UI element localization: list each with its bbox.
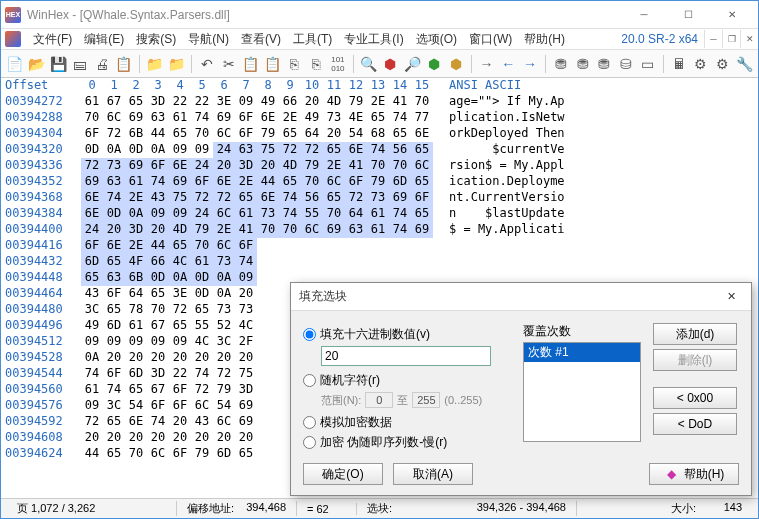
byte-cell[interactable]: 20: [301, 94, 323, 110]
byte-cell[interactable]: 4D: [323, 94, 345, 110]
byte-cell[interactable]: 6D: [103, 318, 125, 334]
byte-cell[interactable]: 44: [147, 126, 169, 142]
calc-icon[interactable]: 🖩: [669, 53, 689, 75]
byte-cell[interactable]: 6E: [345, 142, 367, 158]
mode-icon[interactable]: 101010: [328, 53, 348, 75]
ascii-cell[interactable]: ication.Deployme: [433, 174, 565, 190]
byte-cell[interactable]: 74: [367, 142, 389, 158]
byte-cell[interactable]: 20: [235, 430, 257, 446]
byte-cell[interactable]: 61: [367, 206, 389, 222]
byte-cell[interactable]: 3C: [103, 398, 125, 414]
byte-cell[interactable]: 6C: [191, 398, 213, 414]
byte-cell[interactable]: 65: [191, 302, 213, 318]
byte-cell[interactable]: 73: [367, 190, 389, 206]
byte-cell[interactable]: 64: [345, 206, 367, 222]
byte-cell[interactable]: 61: [169, 110, 191, 126]
ok-button[interactable]: 确定(O): [303, 463, 383, 485]
byte-cell[interactable]: 6E: [81, 206, 103, 222]
byte-cell[interactable]: 61: [125, 318, 147, 334]
byte-cell[interactable]: 09: [81, 398, 103, 414]
byte-cell[interactable]: 20: [103, 430, 125, 446]
byte-cell[interactable]: 65: [367, 110, 389, 126]
ascii-cell[interactable]: $currentVe: [433, 142, 565, 158]
passes-listbox[interactable]: 次数 #1: [523, 342, 641, 442]
menu-选项(O)[interactable]: 选项(O): [410, 29, 463, 50]
hex-row[interactable]: 0039440024203D204D792E4170706C6963617469…: [1, 222, 758, 238]
byte-cell[interactable]: 65: [411, 174, 433, 190]
byte-cell[interactable]: 69: [213, 110, 235, 126]
byte-cell[interactable]: 63: [103, 270, 125, 286]
byte-cell[interactable]: 3D: [125, 222, 147, 238]
byte-cell[interactable]: 69: [235, 414, 257, 430]
ascii-cell[interactable]: rsion$ = My.Appl: [433, 158, 565, 174]
byte-cell[interactable]: 0A: [213, 286, 235, 302]
byte-cell[interactable]: 41: [389, 94, 411, 110]
byte-cell[interactable]: 70: [301, 174, 323, 190]
byte-cell[interactable]: 75: [257, 142, 279, 158]
byte-cell[interactable]: 4C: [191, 334, 213, 350]
byte-cell[interactable]: 56: [301, 190, 323, 206]
byte-cell[interactable]: 20: [147, 350, 169, 366]
hex-row[interactable]: 003943046F726B4465706C6F796564205468656E…: [1, 126, 758, 142]
menu-查看(V)[interactable]: 查看(V): [235, 29, 287, 50]
byte-cell[interactable]: 73: [323, 110, 345, 126]
byte-cell[interactable]: 69: [235, 398, 257, 414]
byte-cell[interactable]: 63: [345, 222, 367, 238]
disk-icon[interactable]: 🖴: [70, 53, 90, 75]
byte-cell[interactable]: 20: [103, 350, 125, 366]
byte-cell[interactable]: 6F: [235, 238, 257, 254]
byte-cell[interactable]: 61: [81, 382, 103, 398]
byte-cell[interactable]: 6C: [103, 110, 125, 126]
byte-cell[interactable]: 69: [411, 222, 433, 238]
paste-icon[interactable]: 📋: [263, 53, 283, 75]
byte-cell[interactable]: 65: [235, 446, 257, 462]
byte-cell[interactable]: 24: [191, 206, 213, 222]
byte-cell[interactable]: 69: [125, 110, 147, 126]
byte-cell[interactable]: 56: [389, 142, 411, 158]
byte-cell[interactable]: 24: [213, 142, 235, 158]
byte-cell[interactable]: 6F: [81, 238, 103, 254]
byte-cell[interactable]: 63: [103, 174, 125, 190]
replace2-icon[interactable]: ⬢: [446, 53, 466, 75]
open-icon[interactable]: 📂: [27, 53, 47, 75]
byte-cell[interactable]: 73: [213, 254, 235, 270]
print-icon[interactable]: 🖨: [92, 53, 112, 75]
byte-cell[interactable]: 22: [169, 366, 191, 382]
byte-cell[interactable]: 20: [103, 222, 125, 238]
byte-cell[interactable]: 09: [191, 142, 213, 158]
byte-cell[interactable]: 74: [147, 174, 169, 190]
fill-hex-radio[interactable]: 填充十六进制数值(v): [303, 326, 513, 343]
byte-cell[interactable]: 66: [279, 94, 301, 110]
byte-cell[interactable]: 74: [103, 190, 125, 206]
byte-cell[interactable]: 79: [191, 222, 213, 238]
maximize-button[interactable]: ☐: [666, 1, 710, 29]
byte-cell[interactable]: 77: [411, 110, 433, 126]
byte-cell[interactable]: 0D: [191, 286, 213, 302]
folder1-icon[interactable]: 📁: [145, 53, 165, 75]
byte-cell[interactable]: 09: [81, 334, 103, 350]
byte-cell[interactable]: 64: [301, 126, 323, 142]
byte-cell[interactable]: 70: [191, 238, 213, 254]
undo-icon[interactable]: ↶: [197, 53, 217, 75]
byte-cell[interactable]: 6E: [81, 190, 103, 206]
byte-cell[interactable]: 72: [103, 126, 125, 142]
byte-cell[interactable]: 75: [235, 366, 257, 382]
byte-cell[interactable]: 6B: [125, 126, 147, 142]
ascii-cell[interactable]: plication.IsNetw: [433, 110, 565, 126]
byte-cell[interactable]: 61: [81, 94, 103, 110]
byte-cell[interactable]: 74: [103, 382, 125, 398]
byte-cell[interactable]: 3D: [147, 94, 169, 110]
byte-cell[interactable]: 4D: [279, 158, 301, 174]
byte-cell[interactable]: 09: [169, 142, 191, 158]
byte-cell[interactable]: 09: [169, 206, 191, 222]
byte-cell[interactable]: 65: [323, 190, 345, 206]
add-button[interactable]: 添加(d): [653, 323, 737, 345]
byte-cell[interactable]: 6F: [169, 382, 191, 398]
byte-cell[interactable]: 73: [103, 158, 125, 174]
byte-cell[interactable]: 74: [235, 254, 257, 270]
byte-cell[interactable]: 3D: [147, 366, 169, 382]
byte-cell[interactable]: 75: [169, 190, 191, 206]
hex-row[interactable]: 003944326D654F664C617374: [1, 254, 758, 270]
byte-cell[interactable]: 55: [191, 318, 213, 334]
byte-cell[interactable]: 49: [81, 318, 103, 334]
